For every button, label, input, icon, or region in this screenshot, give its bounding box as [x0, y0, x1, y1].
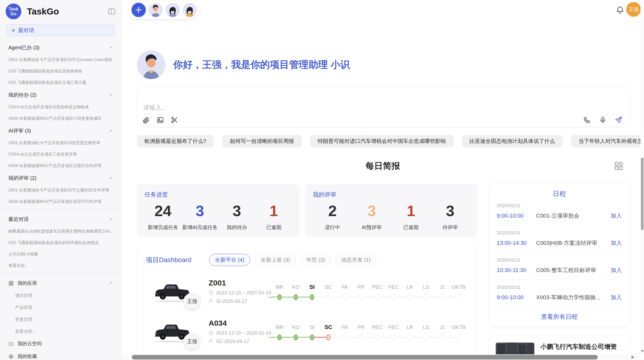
notification-bell-icon[interactable] [616, 6, 625, 15]
view-all-schedule-link[interactable]: 查看所有日程 [489, 307, 630, 326]
briefing-layout-icon[interactable] [614, 161, 624, 171]
sidebar-item-my-apps[interactable]: 我的应用 [0, 277, 121, 290]
chevron-up-icon[interactable] [109, 45, 114, 50]
milestone-dot [359, 335, 363, 340]
app-sub-item[interactable]: 变更管理 [0, 313, 121, 325]
flag-icon [209, 299, 214, 304]
scroll-down-arrow-icon[interactable] [641, 350, 644, 352]
sidebar-group-title[interactable]: 我的评审 (2) [0, 172, 121, 185]
suggestion-chip[interactable]: 如何写一份清晰的项目周报 [222, 135, 302, 147]
sidebar-item-award[interactable]: 我的收藏 [0, 350, 121, 360]
schedule-row: 9:00-10:00X003-车辆动力学性能验...加入 [497, 294, 622, 301]
chat-actions [583, 116, 622, 124]
microphone-icon[interactable] [599, 116, 607, 124]
apps-view-all[interactable]: 查看全部... [0, 325, 121, 337]
stat-item: 24新增完成任务 [144, 202, 181, 231]
schedule-join-link[interactable]: 加入 [611, 212, 622, 220]
chevron-up-icon[interactable] [109, 280, 114, 286]
new-chat-button[interactable]: + 新对话 [7, 24, 115, 36]
scroll-right-arrow-icon[interactable] [632, 355, 634, 359]
screenshot-scissors-icon[interactable] [171, 116, 178, 124]
schedule-row: 10:30-11:30C005-整车工程目标评审加入 [497, 266, 622, 274]
recent-chat-item[interactable]: 解释最新出台的欧盟报废车法规再生塑料比例被调至15%... [0, 226, 121, 237]
suggestion-chip[interactable]: 当下年轻人对汽车外观有怎样的喜好趋势 [571, 135, 644, 147]
recent-chat-item[interactable]: C02-飞腾新能源轻客改款项目的闭环通告反馈情况 [0, 237, 121, 249]
schedule-row: 9:00-10:00C001-立项审批会加入 [497, 212, 622, 220]
chevron-up-icon[interactable] [109, 217, 114, 222]
dashboard-tab[interactable]: 动总开发 (1) [335, 254, 377, 266]
milestone: PR [353, 324, 369, 341]
suggestion-chip[interactable]: 欧洲新规最近颁布了什么? [137, 135, 214, 147]
sidebar-task-item[interactable]: A034-全新新能源MUV产品开发项目造型可行性评审 [0, 196, 121, 207]
dashboard-tab[interactable]: 全新平台 (4) [209, 254, 250, 266]
attach-file-icon[interactable] [142, 116, 150, 124]
milestone: SC [320, 283, 336, 301]
sidebar-task-item[interactable]: Z001-全新燃油轻卡产品开发项目SI节点属性5D文件评审 [0, 185, 121, 196]
schedule-time: 10:30-11:30 [497, 267, 536, 274]
app-sub-item[interactable]: 产品管理 [0, 302, 121, 313]
app-sub-item[interactable]: 项目管理 [0, 290, 121, 302]
sidebar-nav-label: 我的云空间 [18, 340, 42, 347]
greeting-text: 你好，王强，我是你的项目管理助理 小识 [173, 58, 350, 71]
sidebar-group-title[interactable]: 我的待办 (2) [0, 88, 121, 101]
sidebar-task-item[interactable]: C02-飞腾新能源轻客改款项目立项汇报方案 [0, 77, 121, 88]
insert-image-icon[interactable] [156, 116, 164, 124]
avatar-female-long-hair[interactable] [166, 3, 180, 17]
milestone: KO [288, 324, 304, 341]
vertical-scrollbar[interactable] [640, 0, 644, 354]
voice-call-icon[interactable] [583, 116, 591, 124]
recent-chats-view-all[interactable]: 查看全部... [0, 260, 121, 272]
milestone-label: FEC [385, 283, 402, 291]
milestone: OKTB [450, 324, 467, 341]
send-icon[interactable] [615, 116, 622, 124]
schedule-name: C005-整车工程目标评审 [536, 266, 608, 274]
clock-icon [209, 290, 214, 295]
sidebar-group-title[interactable]: AI评审 (3) [0, 124, 121, 137]
horizontal-scrollbar[interactable] [122, 354, 640, 360]
project-dates: 2023-12-19 ~ 2027-01-19 [209, 290, 268, 296]
sidebar-item-folder[interactable]: 我的云空间 [0, 337, 121, 350]
sidebar-task-item[interactable]: C0X4-动力总成开发项目工程变更评审 [0, 149, 121, 160]
milestone-dot [359, 294, 363, 300]
suggestion-chip[interactable]: 特朗普可能对进口汽车增税会对中国车企造成哪些影响 [310, 135, 453, 147]
horizontal-scrollbar-thumb[interactable] [132, 355, 598, 359]
project-vehicle-image: 王强 [152, 280, 192, 303]
sidebar-task-item[interactable]: Z001-全新燃油皮卡产品开发项目SI节点Lesson Learn报告 [0, 54, 121, 66]
user-avatar[interactable]: 王强 [626, 2, 641, 17]
milestone-dot-row [450, 294, 467, 301]
sidebar-task-item[interactable]: C02-飞腾新能源轻客改款项目里程碑画布 [0, 66, 121, 77]
chevron-up-icon[interactable] [109, 176, 114, 181]
stat-value: 1 [391, 202, 431, 220]
suggestion-chip[interactable]: 比亚迪全固态电池计划具体说了什么 [462, 135, 563, 147]
schedule-join-link[interactable]: 加入 [611, 239, 622, 247]
sidebar-task-item[interactable]: A034-全新新能源MUV产品开发项目法规符合性评审 [0, 160, 121, 172]
milestone-line [268, 297, 271, 298]
recent-chats-title[interactable]: 最近对话 [0, 213, 121, 226]
avatar-male[interactable] [149, 3, 163, 17]
schedule-join-link[interactable]: 加入 [611, 266, 622, 274]
sidebar-task-item[interactable]: A034-全新新能源MUV产品开发项目计划变更表编写 [0, 113, 121, 124]
milestone-dot-row [320, 294, 336, 301]
sidebar-collapse-icon[interactable] [108, 7, 116, 16]
schedule-join-link[interactable]: 加入 [611, 294, 622, 301]
dashboard-tab[interactable]: 全新上装 (3) [255, 254, 296, 266]
milestone-dot [424, 335, 428, 340]
sidebar-sections: Agent已办 (3)Z001-全新燃油皮卡产品开发项目SI节点Lesson L… [0, 41, 121, 360]
milestone: PEC [369, 324, 385, 341]
vertical-scrollbar-thumb[interactable] [641, 158, 643, 230]
chat-input-box[interactable]: 请输入... [137, 87, 630, 128]
avatar-female-yellow[interactable] [183, 3, 197, 17]
sidebar-task-item[interactable]: Z001-全新燃油轻卡产品开发项目SI造型提交物评审 [0, 137, 121, 149]
sidebar-task-item[interactable]: C0X4-动力总成开发项目SI里程碑提交物检查 [0, 101, 121, 113]
sidebar-group-title[interactable]: Agent已办 (3) [0, 41, 121, 54]
dashboard-title: 项目Dashboard [146, 256, 191, 264]
add-agent-button[interactable] [131, 3, 146, 17]
dashboard-tab[interactable]: 年型 (2) [300, 254, 331, 266]
chevron-up-icon[interactable] [109, 93, 114, 97]
chevron-up-icon[interactable] [109, 128, 114, 133]
recent-chat-item[interactable]: 公司Q3轻卡销量 [0, 249, 121, 260]
project-milestone-flag: SC-2025-05-17 [209, 339, 268, 344]
milestone-dot [326, 294, 331, 300]
project-dashboard-card: 项目Dashboard 全新平台 (4)全新上装 (3)年型 (2)动总开发 (… [137, 247, 477, 360]
milestone-dot-row [402, 294, 418, 301]
